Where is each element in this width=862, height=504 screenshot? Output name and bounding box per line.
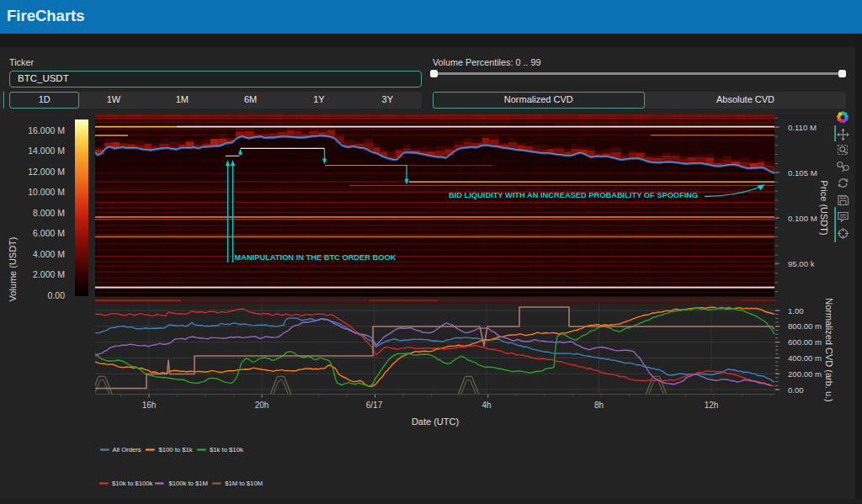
svg-text:20h: 20h <box>255 401 269 410</box>
svg-text:12.000 M: 12.000 M <box>28 167 65 177</box>
svg-text:0.105 M: 0.105 M <box>788 168 817 178</box>
svg-text:0.110 M: 0.110 M <box>788 123 817 132</box>
svg-text:600.00 m: 600.00 m <box>788 337 822 347</box>
svg-text:$1k to $10k: $1k to $10k <box>210 446 243 454</box>
svg-text:BID LIQUIDITY WITH AN INCREASE: BID LIQUIDITY WITH AN INCREASED PROBABIL… <box>449 191 698 199</box>
svg-text:200.00 m: 200.00 m <box>788 369 822 379</box>
svg-text:16h: 16h <box>142 401 157 410</box>
svg-text:14.000 M: 14.000 M <box>28 146 65 156</box>
svg-text:95.00 k: 95.00 k <box>788 259 815 268</box>
svg-text:8h: 8h <box>594 401 604 410</box>
svg-text:0.00: 0.00 <box>788 385 804 395</box>
svg-text:16.000 M: 16.000 M <box>28 125 65 135</box>
svg-text:400.00 m: 400.00 m <box>788 353 822 363</box>
svg-text:2.000 M: 2.000 M <box>33 269 65 279</box>
svg-text:$100k to $1M: $100k to $1M <box>168 480 208 487</box>
svg-text:MANIPULATION IN THE BTC ORDER: MANIPULATION IN THE BTC ORDER BOOK <box>235 253 396 262</box>
svg-text:10.000 M: 10.000 M <box>28 187 65 197</box>
svg-text:Volume (USDT): Volume (USDT) <box>8 236 18 301</box>
svg-text:All Orders: All Orders <box>113 446 141 454</box>
svg-text:0.00: 0.00 <box>48 290 66 300</box>
svg-text:$100 to $1k: $100 to $1k <box>159 446 193 454</box>
svg-text:Normalized CVD (arb. u.): Normalized CVD (arb. u.) <box>824 298 834 401</box>
svg-text:$10k to $100k: $10k to $100k <box>112 480 152 487</box>
svg-text:$1M to $10M: $1M to $10M <box>225 480 263 487</box>
svg-text:1.00: 1.00 <box>788 306 804 316</box>
svg-text:Price (USDT): Price (USDT) <box>819 180 829 235</box>
svg-text:4.000 M: 4.000 M <box>33 249 65 259</box>
svg-text:6/17: 6/17 <box>366 401 383 410</box>
svg-text:0.100 M: 0.100 M <box>788 214 817 223</box>
svg-text:800.00 m: 800.00 m <box>788 321 822 331</box>
svg-text:12h: 12h <box>705 401 719 410</box>
svg-text:8.000 M: 8.000 M <box>33 208 65 218</box>
svg-text:4h: 4h <box>482 401 491 410</box>
svg-text:6.000 M: 6.000 M <box>33 228 65 238</box>
svg-text:Date (UTC): Date (UTC) <box>412 416 459 427</box>
